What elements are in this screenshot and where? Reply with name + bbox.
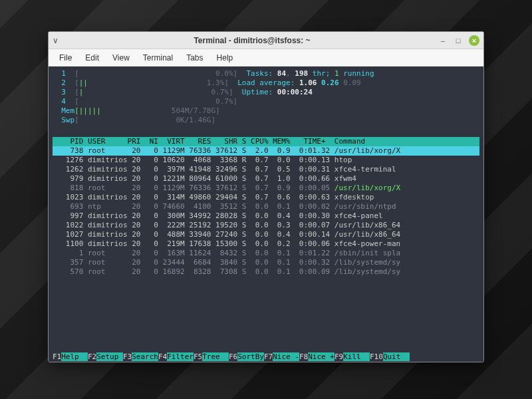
process-row[interactable]: 997 dimitrios 20 0 300M 34992 28028 S 0.… <box>53 211 479 221</box>
menubar: File Edit View Terminal Tabs Help <box>49 49 483 66</box>
process-row[interactable]: 570 root 20 0 16892 8328 7308 S 0.0 0.1 … <box>53 267 479 277</box>
close-button[interactable]: × <box>469 35 479 46</box>
fkey-F10[interactable]: Quit <box>383 352 410 361</box>
process-row[interactable]: 1023 dimitrios 20 0 314M 49860 29404 S 0… <box>53 193 479 202</box>
process-header: PID USER PRI NI VIRT RES SHR S CPU% MEM%… <box>53 137 479 146</box>
menu-tabs[interactable]: Tabs <box>181 51 208 65</box>
process-row[interactable]: 1276 dimitrios 20 0 10620 4068 3368 R 0.… <box>53 156 479 165</box>
htop-footer: F1Help F2Setup F3SearchF4FilterF5Tree F6… <box>53 352 479 362</box>
window-controls: – □ × <box>438 35 479 46</box>
titlebar[interactable]: ∨ Terminal - dimitrios@itsfoss: ~ – □ × <box>49 32 483 49</box>
menu-edit[interactable]: Edit <box>80 51 104 65</box>
window-menu-icon[interactable]: ∨ <box>53 36 61 45</box>
process-row[interactable]: 738 root 20 0 1129M 76336 37612 S 2.0 0.… <box>53 146 479 156</box>
process-row[interactable]: 1100 dimitrios 20 0 219M 17638 15300 S 0… <box>53 239 479 249</box>
process-row[interactable]: 1 root 20 0 163M 11624 8432 S 0.0 0.1 0:… <box>53 249 479 258</box>
cpu-mem-meters: 1 [ 0.0%] Tasks: 84, 198 thr; 1 running … <box>53 69 479 134</box>
menu-file[interactable]: File <box>54 51 77 65</box>
menu-terminal[interactable]: Terminal <box>138 51 178 65</box>
process-row[interactable]: 1022 dimitrios 20 0 222M 25192 19520 S 0… <box>53 221 479 230</box>
menu-view[interactable]: View <box>107 51 135 65</box>
process-row[interactable]: 818 root 20 0 1129M 76336 37612 S 0.7 0.… <box>53 184 479 193</box>
fkey-F7[interactable]: Nice - <box>273 352 299 361</box>
fkey-F6[interactable]: SortBy <box>237 352 264 361</box>
minimize-button[interactable]: – <box>438 36 448 45</box>
terminal-body[interactable]: 1 [ 0.0%] Tasks: 84, 198 thr; 1 running … <box>49 66 483 362</box>
process-row[interactable]: 1262 dimitrios 20 0 397M 41948 32496 S 0… <box>53 165 479 174</box>
process-row[interactable]: 693 ntp 20 0 74660 4100 3512 S 0.0 0.1 0… <box>53 202 479 211</box>
fkey-F2[interactable]: Setup <box>96 352 123 361</box>
fkey-F4[interactable]: Filter <box>167 352 194 361</box>
fkey-F5[interactable]: Tree <box>202 352 229 361</box>
process-row[interactable]: 979 dimitrios 20 0 1221M 80964 61000 S 0… <box>53 174 479 184</box>
menu-help[interactable]: Help <box>211 51 239 65</box>
fkey-F3[interactable]: Search <box>132 352 158 361</box>
process-row[interactable]: 1027 dimitrios 20 0 488M 33940 27240 S 0… <box>53 230 479 239</box>
process-row[interactable]: 357 root 20 0 23444 6684 3840 S 0.0 0.1 … <box>53 258 479 267</box>
fkey-F1[interactable]: Help <box>61 352 88 361</box>
fkey-F9[interactable]: Kill <box>343 352 370 361</box>
window-title: Terminal - dimitrios@itsfoss: ~ <box>66 36 438 45</box>
fkey-F8[interactable]: Nice + <box>308 352 334 361</box>
process-list: 738 root 20 0 1129M 76336 37612 S 2.0 0.… <box>53 146 479 277</box>
maximize-button[interactable]: □ <box>454 36 463 45</box>
terminal-window: ∨ Terminal - dimitrios@itsfoss: ~ – □ × … <box>48 31 484 362</box>
